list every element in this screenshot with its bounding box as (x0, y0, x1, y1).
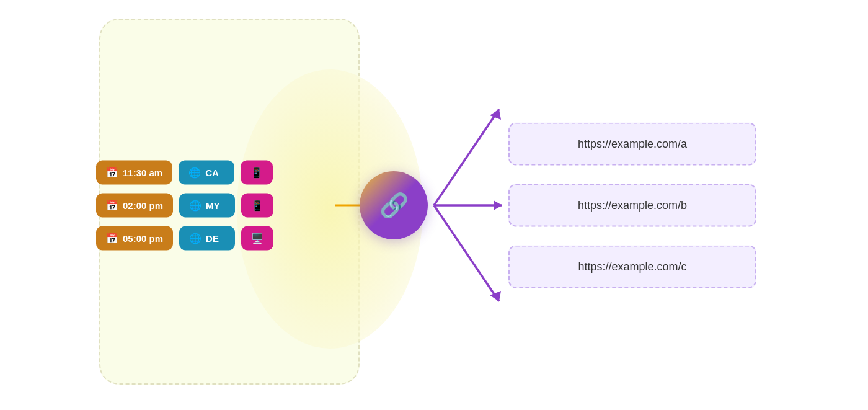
time-label-1: 11:30 am (123, 167, 162, 177)
url-a: https://example.com/a (578, 137, 687, 149)
globe-icon-1: 🌐 (188, 166, 201, 178)
country-label-3: DE (206, 233, 219, 243)
center-circle: 🔗 (360, 171, 428, 239)
scene: 📅 11:30 am 🌐 CA 📱 📅 02:00 pm 🌐 MY 📱 (0, 0, 868, 410)
svg-line-4 (434, 205, 499, 301)
device-pill-2: 📱 (241, 193, 273, 217)
country-pill-1: 🌐 CA (179, 160, 234, 184)
svg-marker-3 (494, 200, 502, 210)
svg-marker-1 (490, 109, 501, 120)
left-panel: 📅 11:30 am 🌐 CA 📱 📅 02:00 pm 🌐 MY 📱 (96, 160, 273, 250)
url-box-c: https://example.com/c (508, 245, 756, 288)
time-label-2: 02:00 pm (123, 200, 163, 210)
link-icon: 🔗 (379, 192, 409, 219)
output-arrows (428, 75, 515, 336)
url-c: https://example.com/c (578, 260, 686, 272)
globe-icon-2: 🌐 (189, 199, 202, 211)
url-box-b: https://example.com/b (508, 184, 756, 226)
svg-marker-5 (490, 291, 501, 301)
desktop-icon-1: 🖥️ (251, 232, 264, 244)
mobile-icon-1: 📱 (250, 166, 263, 178)
url-box-a: https://example.com/a (508, 122, 756, 165)
country-label-1: CA (205, 167, 219, 177)
time-pill-2: 📅 02:00 pm (96, 193, 173, 217)
pill-row-3: 📅 05:00 pm 🌐 DE 🖥️ (96, 226, 273, 250)
country-pill-2: 🌐 MY (179, 193, 235, 217)
pill-row-2: 📅 02:00 pm 🌐 MY 📱 (96, 193, 273, 217)
globe-icon-3: 🌐 (189, 232, 202, 244)
device-pill-3: 🖥️ (241, 226, 273, 250)
calendar-icon-1: 📅 (106, 166, 118, 178)
time-pill-3: 📅 05:00 pm (96, 226, 173, 250)
svg-line-0 (434, 109, 499, 205)
country-label-2: MY (206, 200, 220, 210)
pill-row-1: 📅 11:30 am 🌐 CA 📱 (96, 160, 273, 184)
calendar-icon-3: 📅 (106, 232, 118, 244)
mobile-icon-2: 📱 (251, 199, 264, 211)
right-panel: https://example.com/a https://example.co… (508, 122, 756, 288)
time-label-3: 05:00 pm (123, 233, 163, 243)
device-pill-1: 📱 (241, 160, 273, 184)
url-b: https://example.com/b (578, 198, 687, 211)
country-pill-3: 🌐 DE (179, 226, 235, 250)
time-pill-1: 📅 11:30 am (96, 160, 172, 184)
calendar-icon-2: 📅 (106, 199, 118, 211)
